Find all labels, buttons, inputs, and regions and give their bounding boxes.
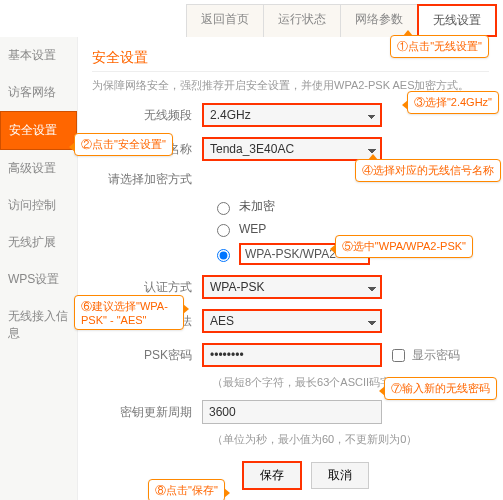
rekey-input[interactable] xyxy=(202,400,382,424)
tab-wireless[interactable]: 无线设置 xyxy=(417,4,497,37)
enc-radio-wep[interactable] xyxy=(217,224,230,237)
auth-select[interactable]: WPA-PSK xyxy=(202,275,382,299)
psk-label: PSK密码 xyxy=(92,347,202,364)
sidebar: 基本设置 访客网络 安全设置 高级设置 访问控制 无线扩展 WPS设置 无线接入… xyxy=(0,37,78,500)
content: 安全设置 为保障网络安全，强烈推荐开启安全设置，并使用WPA2-PSK AES加… xyxy=(78,37,503,500)
tab-status[interactable]: 运行状态 xyxy=(263,4,341,37)
top-nav: 返回首页 运行状态 网络参数 无线设置 xyxy=(0,0,503,37)
callout-7: ⑦输入新的无线密码 xyxy=(384,377,497,400)
sidebar-item-wps[interactable]: WPS设置 xyxy=(0,261,77,298)
sidebar-item-guest[interactable]: 访客网络 xyxy=(0,74,77,111)
enc-label: 请选择加密方式 xyxy=(92,171,202,188)
callout-6: ⑥建议选择"WPA-PSK" - "AES" xyxy=(74,295,184,330)
callout-4: ④选择对应的无线信号名称 xyxy=(355,159,501,182)
band-label: 无线频段 xyxy=(92,107,202,124)
band-select[interactable]: 2.4GHz xyxy=(202,103,382,127)
psk-input[interactable] xyxy=(202,343,382,367)
rekey-hint: （单位为秒，最小值为60，不更新则为0） xyxy=(212,432,489,447)
save-button[interactable]: 保存 xyxy=(242,461,302,490)
rekey-label: 密钥更新周期 xyxy=(92,404,202,421)
callout-2: ②点击"安全设置" xyxy=(74,133,173,156)
enc-none-label: 未加密 xyxy=(239,198,275,215)
callout-8: ⑧点击"保存" xyxy=(148,479,225,500)
auth-label: 认证方式 xyxy=(92,279,202,296)
sidebar-item-basic[interactable]: 基本设置 xyxy=(0,37,77,74)
enc-radio-none[interactable] xyxy=(217,202,230,215)
tab-home[interactable]: 返回首页 xyxy=(186,4,264,37)
sidebar-item-extend[interactable]: 无线扩展 xyxy=(0,224,77,261)
callout-5: ⑤选中"WPA/WPA2-PSK" xyxy=(335,235,473,258)
show-password[interactable]: 显示密码 xyxy=(388,346,460,365)
ssid-select[interactable]: Tenda_3E40AC xyxy=(202,137,382,161)
sidebar-item-access[interactable]: 访问控制 xyxy=(0,187,77,224)
enc-wep-label: WEP xyxy=(239,222,266,236)
callout-3: ③选择"2.4GHz" xyxy=(407,91,499,114)
show-password-label: 显示密码 xyxy=(412,347,460,364)
cancel-button[interactable]: 取消 xyxy=(311,462,369,489)
cipher-select[interactable]: AES xyxy=(202,309,382,333)
sidebar-item-security[interactable]: 安全设置 xyxy=(0,111,77,150)
show-password-checkbox[interactable] xyxy=(392,349,405,362)
sidebar-item-advanced[interactable]: 高级设置 xyxy=(0,150,77,187)
sidebar-item-clients[interactable]: 无线接入信息 xyxy=(0,298,77,352)
enc-radio-wpa[interactable] xyxy=(217,249,230,262)
callout-1: ①点击"无线设置" xyxy=(390,35,489,58)
